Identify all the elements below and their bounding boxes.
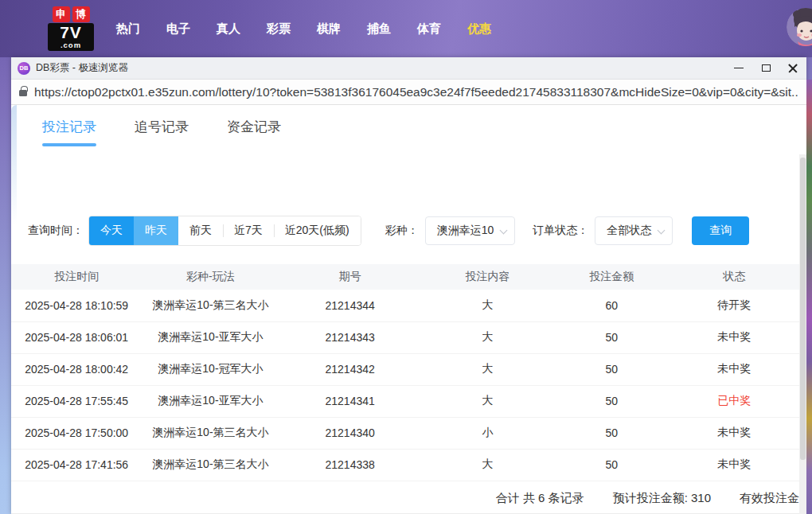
- cell-amount: 50: [554, 321, 670, 353]
- chevron-down-icon: [658, 227, 666, 235]
- tab-bet-records[interactable]: 投注记录: [38, 118, 100, 146]
- cell-status: 未中奖: [670, 417, 799, 449]
- cell-issue: 21214338: [279, 449, 421, 481]
- tab-fund-records[interactable]: 资金记录: [223, 118, 285, 146]
- time-range-group: 今天 昨天 前天 近7天 近20天(低频): [88, 216, 361, 246]
- query-time-label: 查询时间：: [28, 224, 84, 238]
- col-bet-time: 投注时间: [11, 264, 142, 290]
- bet-records-table: 投注时间 彩种-玩法 期号 投注内容 投注金额 状态 2025-04-28 18…: [11, 264, 799, 481]
- record-tabs: 投注记录 追号记录 资金记录: [38, 118, 285, 146]
- cell-amount: 50: [554, 417, 670, 449]
- cell-issue: 21214342: [279, 353, 421, 385]
- nav-item-slots[interactable]: 电子: [166, 21, 190, 37]
- logo-main-text: 7V: [48, 24, 94, 41]
- tab-label: 追号记录: [135, 119, 189, 134]
- browser-urlbar[interactable]: https://ctop02pctx01.e35zun.com/lottery/…: [11, 80, 806, 105]
- tab-underline: [135, 143, 189, 146]
- cell-status: 未中奖: [670, 321, 799, 353]
- time-option-7days[interactable]: 近7天: [223, 216, 274, 245]
- cell-play: 澳洲幸运10-第三名大小: [142, 290, 279, 321]
- table-row: 2025-04-28 18:00:42 澳洲幸运10-冠军大小 21214342…: [11, 353, 799, 385]
- lottery-type-label: 彩种：: [385, 224, 419, 238]
- cell-issue: 21214341: [279, 385, 421, 417]
- browser-window: DB DB彩票 - 极速浏览器 https://ctop02pctx01.e35…: [11, 57, 806, 514]
- cell-play: 澳洲幸运10-第三名大小: [142, 417, 279, 449]
- table-row: 2025-04-28 17:55:45 澳洲幸运10-亚军大小 21214341…: [11, 385, 799, 417]
- tab-label: 资金记录: [227, 119, 281, 134]
- order-status-label: 订单状态：: [533, 224, 588, 238]
- cell-time: 2025-04-28 18:10:59: [11, 290, 142, 321]
- table-row: 2025-04-28 18:06:01 澳洲幸运10-亚军大小 21214343…: [11, 321, 799, 353]
- cell-play: 澳洲幸运10-亚军大小: [142, 321, 279, 353]
- browser-titlebar[interactable]: DB DB彩票 - 极速浏览器: [11, 57, 806, 80]
- col-bet-amount: 投注金额: [554, 264, 670, 290]
- filter-row: 查询时间： 今天 昨天 前天 近7天 近20天(低频) 彩种： 澳洲幸运10 订…: [11, 215, 806, 247]
- table-row: 2025-04-28 17:41:56 澳洲幸运10-第三名大小 2121433…: [11, 449, 799, 481]
- time-option-20days[interactable]: 近20天(低频): [274, 216, 361, 245]
- query-button[interactable]: 查询: [692, 216, 749, 245]
- tab-active-underline: [42, 143, 96, 146]
- summary-expected-amount: 预计投注金额: 310: [613, 491, 711, 506]
- cell-status: 未中奖: [670, 449, 799, 481]
- time-option-yesterday[interactable]: 昨天: [134, 216, 178, 245]
- cell-amount: 50: [554, 353, 670, 385]
- cell-content: 小: [421, 417, 554, 449]
- cell-content: 大: [421, 353, 554, 385]
- background-page-edge: [806, 80, 812, 514]
- time-option-daybefore[interactable]: 前天: [178, 216, 223, 245]
- table-row: 2025-04-28 18:10:59 澳洲幸运10-第三名大小 2121434…: [11, 290, 799, 321]
- lock-icon: [19, 90, 27, 96]
- lottery-type-value: 澳洲幸运10: [437, 224, 494, 238]
- logo-black-box: 7V .com: [48, 23, 94, 51]
- logo-suffix-text: .com: [48, 41, 94, 49]
- site-logo[interactable]: 申 博 7V .com: [48, 6, 94, 51]
- cell-status: 未中奖: [670, 353, 799, 385]
- lottery-type-select[interactable]: 澳洲幸运10: [425, 216, 516, 245]
- maximize-button[interactable]: [752, 57, 779, 79]
- nav-item-cards[interactable]: 棋牌: [317, 21, 341, 37]
- cell-amount: 50: [554, 385, 670, 417]
- close-icon: [788, 64, 798, 73]
- col-play-type: 彩种-玩法: [142, 264, 279, 290]
- cell-status: 待开奖: [670, 290, 799, 321]
- cell-time: 2025-04-28 17:55:45: [11, 385, 142, 417]
- table-row: 2025-04-28 17:50:00 澳洲幸运10-第三名大小 2121434…: [11, 417, 799, 449]
- nav-item-fishing[interactable]: 捕鱼: [367, 21, 391, 37]
- cell-issue: 21214340: [279, 417, 421, 449]
- cell-issue: 21214343: [279, 321, 421, 353]
- user-avatar[interactable]: [787, 8, 812, 46]
- browser-tab-favicon: DB: [18, 62, 30, 75]
- table-header-row: 投注时间 彩种-玩法 期号 投注内容 投注金额 状态: [11, 264, 799, 290]
- cell-play: 澳洲幸运10-冠军大小: [142, 353, 279, 385]
- nav-item-lottery[interactable]: 彩票: [267, 21, 291, 37]
- cell-content: 大: [421, 321, 554, 353]
- cell-amount: 50: [554, 449, 670, 481]
- cell-content: 大: [421, 449, 554, 481]
- vertical-scrollbar[interactable]: [799, 154, 806, 514]
- url-address[interactable]: https://ctop02pctx01.e35zun.com/lottery/…: [34, 85, 798, 99]
- summary-valid-amount: 有效投注金: [740, 491, 799, 506]
- order-status-select[interactable]: 全部状态: [595, 216, 673, 245]
- col-status: 状态: [670, 264, 799, 290]
- close-button[interactable]: [779, 57, 806, 79]
- site-header: 申 博 7V .com 热门 电子 真人 彩票 棋牌 捕鱼 体育 优惠: [0, 0, 812, 57]
- nav-item-promo[interactable]: 优惠: [467, 21, 491, 37]
- cell-amount: 60: [554, 290, 670, 321]
- nav-item-hot[interactable]: 热门: [116, 21, 140, 37]
- cell-time: 2025-04-28 17:50:00: [11, 417, 142, 449]
- minimize-button[interactable]: [725, 57, 752, 79]
- cell-time: 2025-04-28 18:00:42: [11, 353, 142, 385]
- table-summary: 合计 共 6 条记录 预计投注金额: 310 有效投注金: [11, 484, 799, 514]
- cell-issue: 21214344: [279, 290, 421, 321]
- cell-time: 2025-04-28 17:41:56: [11, 449, 142, 481]
- scrollbar-thumb[interactable]: [800, 158, 806, 460]
- cell-time: 2025-04-28 18:06:01: [11, 321, 142, 353]
- nav-item-sports[interactable]: 体育: [417, 21, 441, 37]
- time-option-today[interactable]: 今天: [89, 216, 134, 245]
- nav-item-live[interactable]: 真人: [217, 21, 240, 37]
- col-issue: 期号: [279, 264, 421, 290]
- cell-content: 大: [421, 385, 554, 417]
- tab-chase-records[interactable]: 追号记录: [131, 118, 193, 146]
- col-bet-content: 投注内容: [421, 264, 554, 290]
- summary-total-records: 合计 共 6 条记录: [496, 491, 584, 506]
